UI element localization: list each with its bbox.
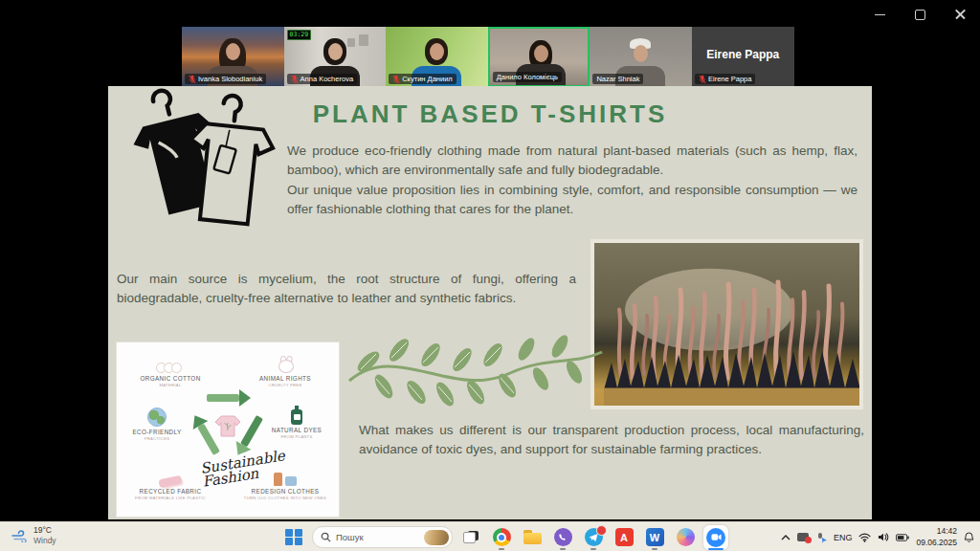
word-icon: W [646, 528, 664, 546]
copilot-app-button[interactable] [673, 525, 698, 550]
participant-name: Ivanka Slobodianiuk [198, 74, 262, 84]
notification-badge [596, 525, 607, 536]
muted-mic-icon [699, 75, 706, 84]
slide-paragraph-mycelium: Our main source is mycelium, the root st… [117, 270, 576, 309]
recording-timer: 03:29 [287, 30, 312, 40]
clock[interactable]: 14:42 09.06.2025 [916, 526, 957, 547]
shared-slide: PLANT BASED T-SHIRTS We produce eco-frie… [108, 86, 872, 519]
telegram-icon [585, 528, 603, 546]
tray-date: 09.06.2025 [916, 538, 957, 548]
participant-name-badge: Eirene Pappa [695, 74, 755, 84]
search-highlight-thumbnail[interactable] [424, 530, 449, 545]
infographic-item: ECO-FRIENDLY PRACTICES [117, 404, 197, 441]
dye-bottle-icon [291, 406, 302, 425]
zoom-meeting-window: Ivanka Slobodianiuk 03:29 Anna Kocherova… [0, 0, 980, 551]
taskbar-search[interactable]: Пошук [312, 526, 453, 548]
muted-mic-icon [291, 75, 299, 84]
vine-decoration [347, 325, 604, 417]
avatar [328, 43, 343, 60]
acrobat-app-button[interactable]: A [612, 525, 636, 550]
recording-tray-icon[interactable] [797, 533, 809, 541]
windows-logo-icon [285, 529, 302, 546]
file-explorer-button[interactable] [520, 525, 545, 550]
video-tile[interactable]: Nazar Shniak [590, 27, 692, 87]
notification-bell-icon[interactable] [964, 532, 974, 543]
cotton-icon [159, 363, 182, 373]
acrobat-icon: A [615, 528, 634, 546]
zoom-app-button[interactable] [703, 525, 728, 550]
avatar [634, 45, 648, 62]
window-controls [869, 6, 970, 23]
minimize-icon [875, 14, 885, 15]
search-placeholder: Пошук [336, 532, 419, 542]
participant-name-badge: Ivanka Slobodianiuk [185, 74, 266, 84]
infographic-item: ANIMAL RIGHTS CRUELTY FREE [239, 350, 331, 387]
hidden-icons-chevron[interactable] [781, 535, 791, 540]
mycelium-photo [590, 239, 863, 409]
participant-name: Скутин Даниил [402, 74, 453, 84]
telegram-app-button[interactable] [581, 525, 606, 550]
language-indicator[interactable]: ENG [834, 533, 853, 542]
video-tile[interactable]: 03:29 Anna Kocherova [284, 27, 387, 87]
muted-mic-icon [392, 75, 400, 84]
participant-name: Nazar Shniak [596, 74, 639, 84]
weather-widget[interactable]: 19°C Windy [11, 525, 56, 545]
chrome-app-button[interactable] [489, 525, 514, 550]
tray-time: 14:42 [916, 526, 957, 537]
viber-app-button[interactable] [550, 525, 575, 550]
avatar [534, 45, 548, 62]
muted-mic-icon [189, 75, 196, 84]
globe-icon [147, 408, 167, 427]
search-icon [321, 532, 331, 542]
word-app-button[interactable]: W [642, 525, 667, 550]
participant-name-badge: Скутин Даниил [389, 74, 457, 84]
zoom-icon [706, 528, 725, 547]
participant-display-name: Eirene Pappa [692, 48, 794, 61]
infographic-item: NATURAL DYES FROM PLANTS [256, 402, 337, 439]
video-tile[interactable]: Скутин Даниил [386, 27, 488, 87]
infographic-item: ORGANIC COTTON MATERIAL [126, 350, 214, 387]
participant-name-badge: Данило Коломієць [493, 72, 562, 82]
slide-paragraph-intro: We produce eco-friendly clothing made fr… [287, 142, 858, 219]
start-button[interactable] [281, 525, 306, 550]
minimize-button[interactable] [869, 6, 890, 23]
avatar [226, 43, 240, 60]
chrome-icon [493, 528, 511, 546]
participant-name-badge: Anna Kocherova [287, 74, 357, 84]
windows-taskbar: 19°C Windy Пошук [0, 521, 980, 551]
weather-condition: Windy [33, 536, 56, 546]
battery-icon[interactable] [896, 534, 909, 541]
viber-icon [554, 528, 572, 546]
slide-title: PLANT BASED T-SHIRTS [194, 99, 786, 129]
wifi-icon[interactable] [858, 533, 871, 542]
weather-temp: 19°C [33, 525, 56, 536]
folder-icon [523, 530, 542, 544]
copilot-icon [677, 528, 695, 546]
maximize-button[interactable] [909, 6, 930, 23]
participant-name-badge: Nazar Shniak [592, 74, 643, 84]
slide-paragraph-difference: What makes us different is our transpare… [359, 421, 864, 460]
participant-name: Anna Kocherova [301, 74, 353, 84]
task-view-button[interactable] [458, 525, 483, 550]
sustainable-fashion-infographic: ORGANIC COTTON MATERIAL ANIMAL RIGHTS CR… [117, 342, 339, 517]
close-button[interactable] [949, 6, 970, 23]
pen-input-tray-icon[interactable] [815, 532, 827, 543]
video-tile-no-video[interactable]: Eirene Pappa Eirene Pappa [692, 27, 794, 87]
wind-icon [11, 529, 29, 542]
video-tile[interactable]: Ivanka Slobodianiuk [182, 27, 284, 87]
participant-video-strip: Ivanka Slobodianiuk 03:29 Anna Kocherova… [182, 27, 794, 87]
pink-tshirt-icon [213, 411, 242, 438]
maximize-icon [915, 10, 925, 20]
fabric-roll-icon [158, 475, 182, 489]
bunny-icon [277, 356, 294, 373]
video-tile-active-speaker[interactable]: Данило Коломієць [488, 27, 590, 87]
participant-name: Данило Коломієць [497, 72, 558, 82]
task-view-icon [463, 531, 479, 543]
volume-icon[interactable] [878, 532, 889, 542]
participant-name: Eirene Pappa [708, 74, 751, 84]
